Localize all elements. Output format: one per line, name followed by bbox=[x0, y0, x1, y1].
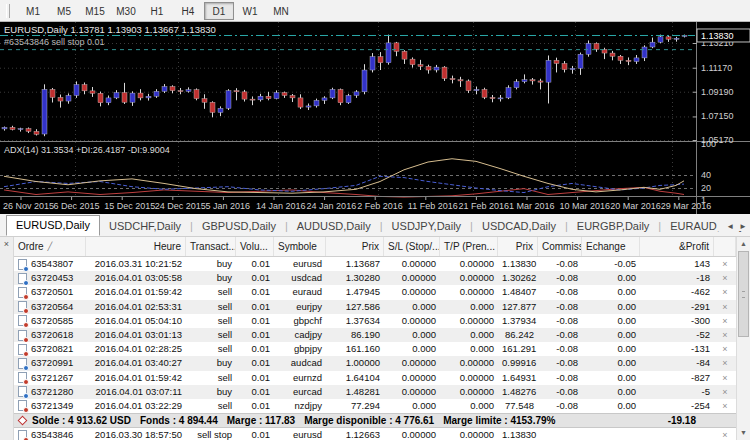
balance-marge: Marge : 117.83 bbox=[227, 414, 295, 427]
cell-volume: 0.01 bbox=[236, 271, 274, 285]
tab-eurgbp-daily[interactable]: EURGBP,Daily bbox=[568, 217, 659, 236]
close-order-icon[interactable]: × bbox=[714, 399, 736, 413]
column-header-ordre[interactable]: Ordre╱ bbox=[14, 237, 86, 256]
close-order-icon[interactable]: × bbox=[714, 257, 736, 271]
order-row[interactable]: 637205852016.04.01 05:04:10sell0.01gbpch… bbox=[14, 314, 736, 328]
cell-tp: 0.000 bbox=[440, 328, 498, 342]
scroll-down-icon[interactable]: ▼ bbox=[737, 426, 750, 440]
column-header-profit[interactable]: &Profit bbox=[640, 237, 714, 256]
timeframe-button-h4[interactable]: H4 bbox=[173, 2, 203, 20]
order-document-icon bbox=[18, 315, 27, 326]
close-order-icon[interactable]: × bbox=[714, 300, 736, 314]
timeframe-button-mn[interactable]: MN bbox=[266, 2, 296, 20]
cell-heure: 2016.04.01 03:40:27 bbox=[86, 356, 186, 370]
column-header-sl[interactable]: S/L (Stop/... bbox=[384, 237, 440, 256]
column-header-type[interactable]: Transact... bbox=[186, 237, 236, 256]
table-scrollbar[interactable]: ▲ ▼ bbox=[736, 237, 750, 440]
sell-badge-icon bbox=[23, 337, 29, 343]
order-row[interactable]: 637208212016.04.01 02:28:25sell0.01gbpjp… bbox=[14, 342, 736, 356]
timeframe-button-w1[interactable]: W1 bbox=[235, 2, 265, 20]
timeframe-button-m1[interactable]: M1 bbox=[18, 2, 48, 20]
cell-sl: 0.000 bbox=[384, 342, 440, 356]
tab-usdjpy-daily[interactable]: USDJPY,Daily bbox=[383, 217, 471, 236]
pending-order-chart-label: #63543846 sell stop 0.01 bbox=[4, 37, 105, 47]
tab-scroll-right-icon[interactable]: ► bbox=[739, 222, 747, 231]
order-row[interactable]: 637204532016.04.01 03:05:58buy0.01usdcad… bbox=[14, 271, 736, 285]
column-header-volume[interactable]: Volu... bbox=[236, 237, 274, 256]
cell-heure: 2016.04.01 02:53:31 bbox=[86, 300, 186, 314]
close-panel-icon[interactable]: × bbox=[4, 239, 9, 249]
close-order-icon[interactable]: × bbox=[714, 371, 736, 385]
cell-tp: 0.00000 bbox=[440, 428, 498, 440]
column-header-prix2[interactable]: Prix bbox=[498, 237, 538, 256]
close-order-icon[interactable]: × bbox=[714, 285, 736, 299]
chart-area[interactable]: 1.132101.111701.091901.071501.0517010040… bbox=[0, 22, 750, 214]
close-order-icon[interactable]: × bbox=[714, 314, 736, 328]
cell-type: buy bbox=[186, 257, 236, 271]
time-axis-label: 5 Jan 2016 bbox=[205, 201, 250, 211]
tab-usdcad-daily[interactable]: USDCAD,Daily bbox=[473, 217, 565, 236]
cell-commission: -0.08 bbox=[538, 300, 582, 314]
cell-prix: 1.00000 bbox=[326, 356, 384, 370]
timeframe-button-h1[interactable]: H1 bbox=[142, 2, 172, 20]
order-row[interactable]: 637209912016.04.01 03:40:27buy0.01audcad… bbox=[14, 356, 736, 370]
order-document-icon bbox=[18, 358, 27, 369]
cell-prix: 77.294 bbox=[326, 399, 384, 413]
order-id: 63721280 bbox=[31, 385, 73, 399]
order-document-icon bbox=[18, 259, 27, 270]
scroll-up-icon[interactable]: ▲ bbox=[737, 237, 750, 251]
toolbar-grip-icon[interactable] bbox=[6, 4, 10, 18]
cell-heure: 2016.04.01 01:59:42 bbox=[86, 371, 186, 385]
cell-tp: 0.00000 bbox=[440, 371, 498, 385]
cell-sl: 0.00000 bbox=[384, 271, 440, 285]
order-row[interactable]: 637213492016.04.01 03:22:29sell0.01nzdjp… bbox=[14, 399, 736, 413]
cell-heure: 2016.04.01 01:59:42 bbox=[86, 285, 186, 299]
order-row[interactable]: 635438072016.03.31 10:21:52buy0.01eurusd… bbox=[14, 257, 736, 271]
order-row[interactable]: 637212672016.04.01 01:59:42sell0.01eurnz… bbox=[14, 371, 736, 385]
cell-tp: 0.000 bbox=[440, 399, 498, 413]
close-order-icon[interactable]: × bbox=[714, 385, 736, 399]
column-header-commission[interactable]: Commissi... bbox=[538, 237, 582, 256]
sell-badge-icon bbox=[23, 437, 29, 440]
close-order-icon[interactable]: × bbox=[714, 428, 736, 440]
tab-scroll-left-icon[interactable]: ◄ bbox=[726, 222, 734, 231]
order-row[interactable]: 637206182016.04.01 03:01:13sell0.01cadjp… bbox=[14, 328, 736, 342]
cell-commission: -0.08 bbox=[538, 257, 582, 271]
order-row[interactable]: 637212802016.04.01 03:07:11buy0.01eurcad… bbox=[14, 385, 736, 399]
column-header-tp[interactable]: T/P (Pren... bbox=[440, 237, 498, 256]
close-order-icon[interactable]: × bbox=[714, 356, 736, 370]
close-order-icon[interactable]: × bbox=[714, 342, 736, 356]
column-header-heure[interactable]: Heure bbox=[86, 237, 186, 256]
tab-eurusd-daily[interactable]: EURUSD,Daily bbox=[6, 215, 100, 236]
close-order-icon[interactable]: × bbox=[714, 271, 736, 285]
order-row[interactable]: 637205642016.04.01 02:53:31sell0.01eurjp… bbox=[14, 300, 736, 314]
timeframe-button-m5[interactable]: M5 bbox=[49, 2, 79, 20]
timeframe-button-d1[interactable]: D1 bbox=[204, 2, 234, 20]
chart-canvas[interactable]: 1.132101.111701.091901.071501.0517010040… bbox=[0, 22, 750, 214]
order-row[interactable]: 637205012016.04.01 01:59:42sell0.01eurau… bbox=[14, 285, 736, 299]
terminal-panel: × Ordre╱HeureTransact...Volu...SymbolePr… bbox=[0, 237, 750, 440]
cell-profit: -462 bbox=[640, 285, 714, 299]
cell-sl: 0.000 bbox=[384, 399, 440, 413]
cell-type: buy bbox=[186, 356, 236, 370]
cell-prix: 127.586 bbox=[326, 300, 384, 314]
timeframe-button-m15[interactable]: M15 bbox=[80, 2, 110, 20]
column-header-echange[interactable]: Echange bbox=[582, 237, 640, 256]
column-header-prix[interactable]: Prix bbox=[326, 237, 384, 256]
balance-marge-limite: Marge limite : 4153.79% bbox=[443, 414, 555, 427]
account-icon bbox=[18, 416, 28, 426]
column-header-symbole[interactable]: Symbole bbox=[274, 237, 326, 256]
tab-audusd-daily[interactable]: AUDUSD,Daily bbox=[288, 217, 380, 236]
tab-gbpusd-daily[interactable]: GBPUSD,Daily bbox=[193, 217, 285, 236]
tab-usdchf-daily[interactable]: USDCHF,Daily bbox=[100, 217, 190, 236]
balance-row[interactable]: Solde : 4 913.62 USD Fonds : 4 894.44 Ma… bbox=[14, 413, 736, 428]
cell-prix: 1.47945 bbox=[326, 285, 384, 299]
cell-profit: -254 bbox=[640, 399, 714, 413]
pending-order-row[interactable]: 635438462016.03.30 18:57:50sell stop0.01… bbox=[14, 428, 736, 440]
cell-tp: 0.00000 bbox=[440, 356, 498, 370]
scrollbar-thumb[interactable] bbox=[738, 251, 749, 337]
close-order-icon[interactable]: × bbox=[714, 328, 736, 342]
cell-commission: -0.08 bbox=[538, 314, 582, 328]
order-id: 63543846 bbox=[31, 428, 73, 440]
timeframe-button-m30[interactable]: M30 bbox=[111, 2, 141, 20]
